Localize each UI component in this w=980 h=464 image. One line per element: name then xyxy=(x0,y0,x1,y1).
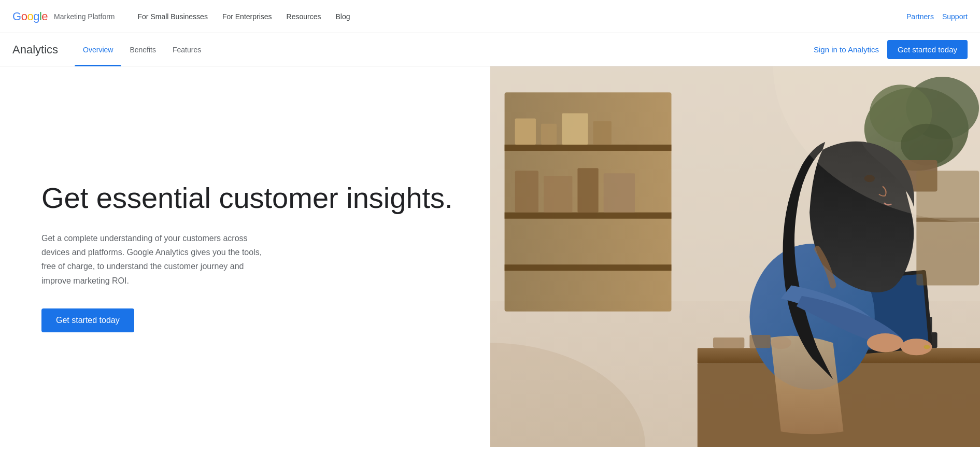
tab-benefits[interactable]: Benefits xyxy=(121,33,164,66)
nav-partners[interactable]: Partners xyxy=(906,12,934,21)
hero-description: Get a complete understanding of your cus… xyxy=(41,231,269,288)
logo-platform-text: Marketing Platform xyxy=(54,12,115,21)
top-nav: Google Marketing Platform For Small Busi… xyxy=(0,0,980,33)
sign-in-link[interactable]: Sign in to Analytics xyxy=(814,45,879,54)
top-nav-links: For Small Businesses For Enterprises Res… xyxy=(132,8,907,25)
svg-rect-11 xyxy=(515,171,538,212)
analytics-title: Analytics xyxy=(12,43,58,57)
hero-image xyxy=(490,66,981,447)
svg-rect-34 xyxy=(713,338,744,348)
hero-left: Get essential customer insights. Get a c… xyxy=(0,66,490,447)
svg-rect-5 xyxy=(504,213,671,219)
nav-blog[interactable]: Blog xyxy=(330,8,357,25)
hero-heading: Get essential customer insights. xyxy=(41,181,459,215)
svg-rect-8 xyxy=(541,124,557,145)
tab-overview[interactable]: Overview xyxy=(75,33,121,66)
hero-right xyxy=(490,66,981,447)
nav-resources[interactable]: Resources xyxy=(280,8,328,25)
top-nav-right: Partners Support xyxy=(906,12,968,21)
get-started-header-button[interactable]: Get started today xyxy=(887,40,968,59)
get-started-hero-button[interactable]: Get started today xyxy=(41,308,134,332)
svg-rect-10 xyxy=(593,121,611,145)
svg-point-37 xyxy=(924,345,930,349)
svg-point-30 xyxy=(867,333,903,352)
secondary-nav-right: Sign in to Analytics Get started today xyxy=(814,40,968,59)
secondary-nav: Analytics Overview Benefits Features Sig… xyxy=(0,33,980,66)
svg-rect-7 xyxy=(515,119,535,145)
hero-section: Get essential customer insights. Get a c… xyxy=(0,66,980,447)
svg-rect-14 xyxy=(603,173,634,212)
svg-point-36 xyxy=(770,336,791,349)
logo-area: Google Marketing Platform xyxy=(12,10,115,23)
secondary-nav-tabs: Overview Benefits Features xyxy=(75,33,814,66)
nav-enterprises[interactable]: For Enterprises xyxy=(216,8,278,25)
google-logo[interactable]: Google xyxy=(12,10,48,23)
tab-features[interactable]: Features xyxy=(164,33,209,66)
nav-small-businesses[interactable]: For Small Businesses xyxy=(132,8,214,25)
svg-rect-13 xyxy=(577,168,598,213)
svg-rect-9 xyxy=(562,114,588,145)
svg-rect-12 xyxy=(544,176,572,212)
svg-rect-4 xyxy=(504,145,671,151)
svg-rect-35 xyxy=(749,335,770,348)
svg-rect-6 xyxy=(504,264,671,271)
nav-support[interactable]: Support xyxy=(942,12,968,21)
